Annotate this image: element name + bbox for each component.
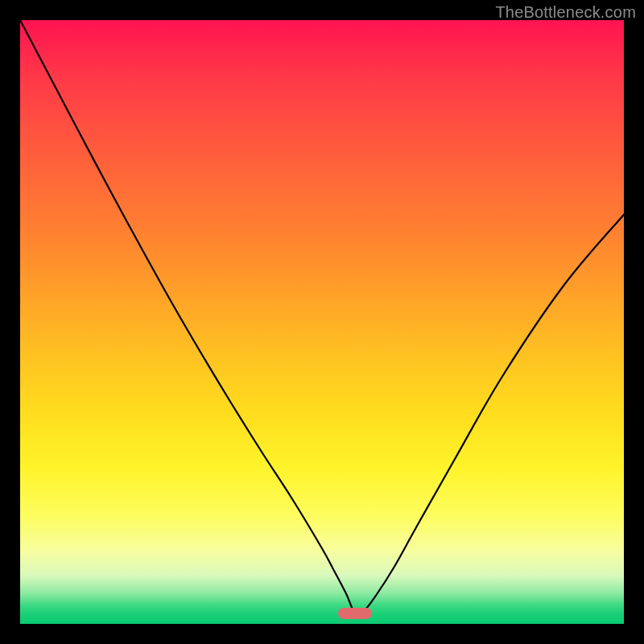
plot-area	[20, 20, 624, 624]
optimal-marker	[338, 608, 372, 619]
watermark-text: TheBottleneck.com	[495, 3, 636, 22]
bottleneck-curve	[20, 20, 624, 624]
chart-frame: TheBottleneck.com	[0, 0, 644, 644]
